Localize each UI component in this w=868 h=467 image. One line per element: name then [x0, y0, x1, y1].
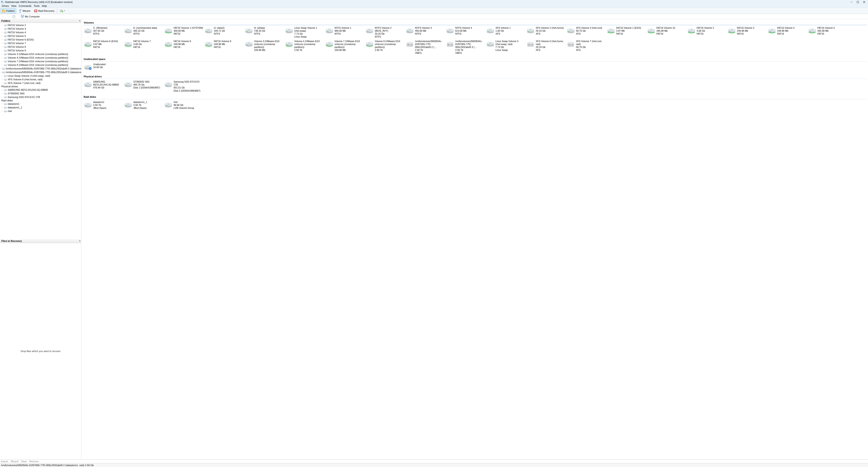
volume-item[interactable]: Linux Swap Volume 3 (rhel.swap, raid) 7.…	[486, 39, 526, 55]
nav-back[interactable]: ←	[2, 15, 5, 18]
expander-icon[interactable]: ›	[1, 75, 3, 77]
tree-item[interactable]: › Volume 7 (VMware ESX vmkcore (coredump…	[0, 59, 81, 63]
expander-icon[interactable]: ›	[1, 103, 3, 105]
tree-item[interactable]: › Samsung SSD 870 EVO 1TB	[0, 95, 81, 99]
tree-item[interactable]: › SAMSUNG MZVL2512HCJQ-00B00	[0, 88, 81, 92]
expander-icon[interactable]: ›	[1, 106, 3, 109]
folder-tree[interactable]: › FAT16 Volume 2› FAT16 Volume 3› FAT16 …	[0, 23, 81, 113]
volume-item[interactable]: XFS Volume 7 (rhel.root, raid) 59.75 Gb …	[566, 39, 606, 55]
collapse-icon[interactable]: ◂	[79, 20, 80, 22]
nav-forward[interactable]: →	[7, 15, 10, 18]
volume-item[interactable]: NTFS Volume 3 450.00 Mb NTFS	[405, 26, 445, 39]
toolbar-raid[interactable]: Raid Recovery	[32, 8, 56, 13]
volume-item[interactable]: Unallocated 10.00 Gb	[83, 62, 123, 72]
footer-remove[interactable]: Remove	[29, 460, 39, 463]
expander-icon[interactable]: ›	[1, 38, 3, 41]
expander-icon[interactable]: ›	[1, 53, 3, 55]
tree-item[interactable]: › ST950042 3AS	[0, 92, 81, 95]
tree-item[interactable]: › FAT16 Volume 5	[0, 34, 81, 38]
volume-item[interactable]: Volume 8 (VMware ESX vmkcore (coredump p…	[365, 39, 405, 55]
volume-item[interactable]: FAT16 Volume 9 249.98 Mb FAT16	[204, 39, 244, 55]
drop-area[interactable]: Drop files which you want to recover	[0, 243, 81, 459]
volume-item[interactable]: FAT16 Volume 4 249.98 Mb FAT16	[767, 26, 807, 39]
tree-item[interactable]: › Volume 3 (VMware ESX vmkcore (coredump…	[0, 52, 81, 56]
expander-icon[interactable]: ›	[1, 67, 2, 70]
collapse-icon[interactable]: ◂	[79, 240, 80, 242]
tree-item[interactable]: › datastore1_1	[0, 106, 81, 109]
toolbar-wizard[interactable]: Wizard	[17, 8, 32, 13]
expander-icon[interactable]: ›	[1, 89, 3, 91]
volume-item[interactable]: rhel 96.66 Gb LVM Volume Group	[164, 100, 204, 110]
volume-item[interactable]: datastore1 2.50 Tb JBod (Span)	[83, 100, 123, 110]
volume-item[interactable]: Volume 4 (VMware ESX vmkcore (coredump p…	[284, 39, 324, 55]
footer-wizard[interactable]: Wizard	[11, 460, 18, 463]
volume-item[interactable]: NTFS Volume 2 (BIOS_RVY) 20.26 Gb NTFS	[365, 26, 405, 39]
volume-item[interactable]: FAT16 Volume 2 4.00 Gb FAT16	[687, 26, 727, 39]
expander-icon[interactable]: ›	[1, 78, 3, 81]
expander-icon[interactable]: ›	[1, 46, 3, 48]
volume-item[interactable]: G: (data2) 194.71 Gb NTFS	[204, 26, 244, 39]
volume-item[interactable]: ST950042 3AS 465.76 Gb Disk 1 (DD5641988…	[123, 80, 164, 93]
volume-item[interactable]: /vmfs/volumes/5850504c-01f07065-77f2-000…	[445, 39, 486, 55]
volume-item[interactable]: E: (nonImportant data) 465.32 Gb NTFS	[123, 26, 164, 39]
toolbar-folders[interactable]: Folders	[0, 8, 16, 13]
volume-item[interactable]: FAT16 Volume 7 4.00 Gb FAT16	[123, 39, 164, 55]
volume-item[interactable]: SAMSUNG MZVL2512HCJQ-00B00 476.94 Gb	[83, 80, 123, 93]
minimize-button[interactable]	[850, 0, 853, 4]
expander-icon[interactable]: ›	[1, 82, 3, 84]
tree-item[interactable]: › FAT16 Volume 7	[0, 41, 81, 45]
toolbar-extra[interactable]: ▾	[58, 8, 66, 13]
volume-item[interactable]: Linux Swap Volume 1 (rhel.swap) 7.73 Gb …	[284, 26, 324, 39]
volume-item[interactable]: C: (Windows) 357.65 Gb NTFS	[83, 26, 123, 39]
expander-icon[interactable]: ›	[1, 31, 3, 33]
volume-item[interactable]: XFS Volume 3 (rhel.root) 59.75 Gb XFS	[566, 26, 606, 39]
expander-icon[interactable]: ›	[1, 24, 3, 26]
tree-item[interactable]: › /vmfs/volumes/5850504c-01f07065-77f2-0…	[0, 70, 81, 74]
volume-item[interactable]: FAT16 Volume 8 249.98 Mb FAT16	[164, 39, 204, 55]
breadcrumb[interactable]: My Computer	[21, 15, 40, 18]
volume-item[interactable]: FAT16 Volume 5 285.98 Mb FAT16	[807, 26, 848, 39]
expander-icon[interactable]: ›	[1, 110, 3, 112]
tree-item[interactable]: › FAT16 Volume 4	[0, 31, 81, 34]
tree-item[interactable]: › datastore1	[0, 102, 81, 106]
volume-item[interactable]: NTFS Volume 4 613.00 Mb NTFS	[445, 26, 486, 39]
expander-icon[interactable]: ›	[1, 49, 3, 52]
tree-item[interactable]: › Volume 4 (VMware ESX vmkcore (coredump…	[0, 56, 81, 59]
menu-drives[interactable]: Drives	[1, 4, 10, 7]
menu-view[interactable]: View	[10, 4, 18, 7]
tree-item[interactable]: › FAT16 Volume 9	[0, 49, 81, 52]
footer-clear[interactable]: Clear	[21, 460, 27, 463]
volume-item[interactable]: datastore1_1 2.50 Tb JBod (Span)	[123, 100, 164, 110]
volume-item[interactable]: FAT32 Volume 1 (SYSTEM) 300.00 Mb FAT32	[164, 26, 204, 39]
tree-item[interactable]: › FAT16 Volume 6 (ESXi)	[0, 38, 81, 41]
volume-item[interactable]: H: (sData) 736.20 Gb NTFS	[244, 26, 284, 39]
tree-item[interactable]: › FAT16 Volume 3	[0, 27, 81, 31]
tree-item[interactable]: › Linux Swap Volume 3 (rhel.swap, raid)	[0, 74, 81, 78]
volume-item[interactable]: Samsung SSD 870 EVO 1TB 931.51 Gb Disk 2…	[164, 80, 204, 93]
tree-item[interactable]: › /vmfs/volumes/5850504c-01f07065-77f2-0…	[0, 67, 81, 70]
tree-item[interactable]: › XFS Volume 6 (rhel.home, raid)	[0, 78, 81, 81]
expander-icon[interactable]: ›	[1, 92, 3, 94]
menu-help[interactable]: Help	[41, 4, 48, 7]
expander-icon[interactable]: ›	[1, 28, 3, 30]
volume-item[interactable]: XFS Volume 6 (rhel.home, raid) 29.18 Gb …	[526, 39, 566, 55]
volume-item[interactable]: /vmfs/volumes/5850504c-01f07065-77f2-000…	[405, 39, 445, 55]
volume-item[interactable]: Volume 3 (VMware ESX vmkcore (coredump p…	[244, 39, 284, 55]
maximize-button[interactable]	[856, 0, 860, 4]
expander-icon[interactable]: ›	[1, 35, 3, 37]
tree-item[interactable]: › XFS Volume 7 (rhel.root, raid)	[0, 81, 81, 85]
tree-item[interactable]: › Volume 8 (VMware ESX vmkcore (coredump…	[0, 63, 81, 67]
volume-item[interactable]: FAT16 Volume 6 (ESXi) 3.97 Mb FAT16	[83, 39, 123, 55]
expander-icon[interactable]: ›	[1, 42, 3, 45]
tree-item[interactable]: › FAT16 Volume 8	[0, 45, 81, 49]
expander-icon[interactable]: ›	[1, 57, 3, 59]
expander-icon[interactable]: ›	[1, 64, 3, 66]
expander-icon[interactable]: ›	[1, 96, 3, 98]
volume-item[interactable]: FAT16 Volume 1 (ESXi) 3.97 Mb FAT16	[606, 26, 647, 39]
volume-item[interactable]: XFS Volume 1 1.00 Gb XFS	[486, 26, 526, 39]
menu-commands[interactable]: Commands	[18, 4, 33, 7]
close-button[interactable]	[863, 0, 866, 4]
expander-icon[interactable]: ›	[1, 71, 2, 73]
footer-export[interactable]: Export	[1, 460, 8, 463]
history-icon[interactable]: 🕐	[12, 15, 16, 18]
